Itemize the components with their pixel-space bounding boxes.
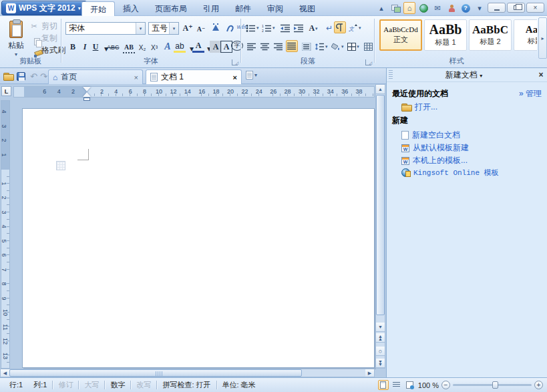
style-card-标题 1[interactable]: AaBb标题 1 (424, 19, 467, 51)
zoom-in-icon[interactable]: + (534, 381, 543, 389)
shrink-font-button[interactable]: A⁻ (195, 23, 207, 35)
tab-stop-selector[interactable]: L (1, 86, 11, 96)
font-name-combo[interactable]: 宋体 ▾ (65, 22, 146, 35)
increase-indent-icon[interactable] (293, 22, 305, 34)
hanging-indent-handle[interactable] (83, 92, 91, 97)
status-item-列:1[interactable]: 列:1 (28, 380, 52, 390)
scroll-up-icon[interactable]: ▲ (376, 85, 385, 94)
line-spacing-icon[interactable]: ▾ (315, 41, 328, 53)
text-effects-button[interactable]: A (162, 41, 174, 53)
sidebar-link[interactable]: 本机上的模板... (413, 155, 468, 166)
decrease-indent-icon[interactable] (279, 22, 291, 34)
vertical-scroll-thumb[interactable] (376, 95, 385, 315)
status-item-拼写检查: 打开[interactable]: 拼写检查: 打开 (157, 380, 216, 390)
shading-icon[interactable]: ▾ (331, 41, 344, 53)
text-direction-icon[interactable]: 文 ▾ (349, 22, 361, 34)
menu-tab-开始[interactable]: 开始 (81, 1, 115, 16)
table-grid-icon[interactable] (362, 41, 374, 53)
change-case-icon[interactable] (224, 22, 236, 34)
sidebar-link[interactable]: 新建空白文档 (412, 130, 460, 141)
align-center-icon[interactable] (259, 41, 271, 53)
scroll-right-icon[interactable]: ▶ (365, 369, 374, 377)
sidebar-link-row[interactable]: 新建空白文档 (401, 130, 542, 141)
text-scale-icon[interactable]: A▾ (307, 22, 319, 34)
left-indent-handle[interactable] (83, 97, 90, 101)
vertical-ruler[interactable]: 123412345678910111213 (1, 100, 10, 369)
select-browse-object-icon[interactable]: ○ (376, 347, 385, 356)
mail-icon[interactable]: ✉ (431, 2, 443, 14)
sidebar-link[interactable]: 从默认模板新建 (413, 142, 469, 154)
scroll-down-icon[interactable]: ▼ (376, 323, 385, 332)
pinyin-guide-icon[interactable] (210, 22, 222, 34)
bold-button[interactable]: B (67, 41, 79, 53)
style-card-正文[interactable]: AaBbCcDd正文 (379, 19, 422, 51)
strikethrough-button[interactable]: ABC (107, 41, 120, 53)
pane-title[interactable]: 新建文档 ▾ (393, 69, 535, 81)
tab-close-icon[interactable]: × (134, 73, 138, 81)
font-name-dropdown-icon[interactable]: ▾ (136, 23, 145, 34)
sidebar-link-row[interactable]: W本机上的模板... (401, 155, 542, 166)
home-page-icon[interactable]: ⌂ (403, 2, 415, 14)
align-right-icon[interactable] (272, 41, 285, 53)
pane-close-icon[interactable]: × (535, 70, 547, 79)
copy-button[interactable]: 复制 (29, 32, 65, 44)
sidebar-link-row[interactable]: W从默认模板新建 (401, 142, 542, 154)
tab-close-icon[interactable]: × (233, 73, 237, 81)
more-dropdown-icon[interactable]: ▾ (474, 2, 486, 14)
bullet-list-icon[interactable]: ▾ (246, 22, 259, 34)
highlight-color-button[interactable]: ab (174, 41, 186, 53)
paragraph-dialog-launcher-icon[interactable] (365, 59, 371, 65)
menu-tab-页面布局[interactable]: 页面布局 (147, 1, 195, 16)
document-tab-首页[interactable]: ⌂首页× (48, 69, 143, 84)
wps-menu-button[interactable]: W WPS 文字 2012 ▾ (1, 1, 87, 15)
menu-tab-审阅[interactable]: 审阅 (259, 1, 291, 16)
previous-page-icon[interactable]: ▲▲ (376, 333, 385, 343)
style-card-标题 2[interactable]: AaBbC标题 2 (469, 19, 512, 51)
new-document-tab-button[interactable]: ▾ (246, 71, 257, 79)
collapse-ribbon-icon[interactable]: ▴ (375, 2, 387, 14)
scroll-left-icon[interactable]: ◀ (1, 369, 9, 377)
format-painter-button[interactable]: 格式刷 (29, 44, 65, 56)
save-icon[interactable] (15, 71, 27, 81)
status-item-大写[interactable]: 大写 (79, 380, 104, 390)
document-page[interactable] (22, 108, 375, 368)
indent-markers[interactable] (83, 87, 92, 103)
open-file-icon[interactable] (3, 71, 14, 81)
menu-tab-引用[interactable]: 引用 (195, 1, 227, 16)
outline-view-icon[interactable] (391, 380, 402, 390)
menu-tab-视图[interactable]: 视图 (291, 1, 323, 16)
help-icon[interactable]: ? (460, 2, 472, 14)
restore-button[interactable] (507, 3, 525, 13)
vertical-scrollbar[interactable]: ▲ ▼ ▲▲ ○ ▼▼ (375, 84, 385, 369)
borders-icon[interactable]: ▾ (347, 41, 359, 53)
superscript-button[interactable]: X³ (148, 41, 160, 53)
zoom-slider-handle[interactable] (492, 381, 498, 389)
font-dialog-launcher-icon[interactable] (232, 59, 238, 65)
status-item-数字[interactable]: 数字 (105, 380, 130, 390)
page-view-icon[interactable] (378, 380, 389, 390)
account-icon[interactable] (445, 2, 458, 14)
cut-button[interactable]: ✂ 剪切 (29, 20, 65, 32)
style-gallery-more-button[interactable]: ▸ (538, 17, 547, 59)
sidebar-link-row[interactable]: Kingsoft Online 模板 (401, 168, 542, 178)
next-page-icon[interactable]: ▼▼ (376, 359, 385, 368)
zoom-slider[interactable] (453, 384, 532, 386)
show-formatting-marks-button[interactable] (334, 21, 346, 33)
open-document-link[interactable]: 打开... (401, 102, 542, 113)
status-item-修订[interactable]: 修订 (53, 380, 78, 390)
horizontal-scroll-thumb[interactable] (9, 369, 302, 377)
style-card-标题[interactable]: AaB标题 (514, 19, 537, 51)
paste-button[interactable]: 粘贴 ▾ (5, 19, 27, 59)
manage-link[interactable]: » 管理 (519, 88, 542, 100)
horizontal-ruler[interactable]: 6422468101214161820222426283032343638 (13, 86, 375, 97)
font-size-dropdown-icon[interactable]: ▾ (169, 23, 178, 34)
menu-tab-插入[interactable]: 插入 (115, 1, 147, 16)
zoom-out-icon[interactable]: − (441, 381, 450, 389)
grow-font-button[interactable]: A⁺ (182, 22, 194, 34)
status-item-单位: 毫米[interactable]: 单位: 毫米 (217, 380, 261, 390)
first-line-indent-handle[interactable] (83, 87, 91, 91)
emphasis-mark-button[interactable]: AB (123, 41, 135, 53)
font-size-combo[interactable]: 五号 ▾ (148, 22, 179, 35)
horizontal-scrollbar[interactable]: ◀ ▶ (0, 369, 375, 377)
status-item-行:1[interactable]: 行:1 (4, 380, 28, 390)
